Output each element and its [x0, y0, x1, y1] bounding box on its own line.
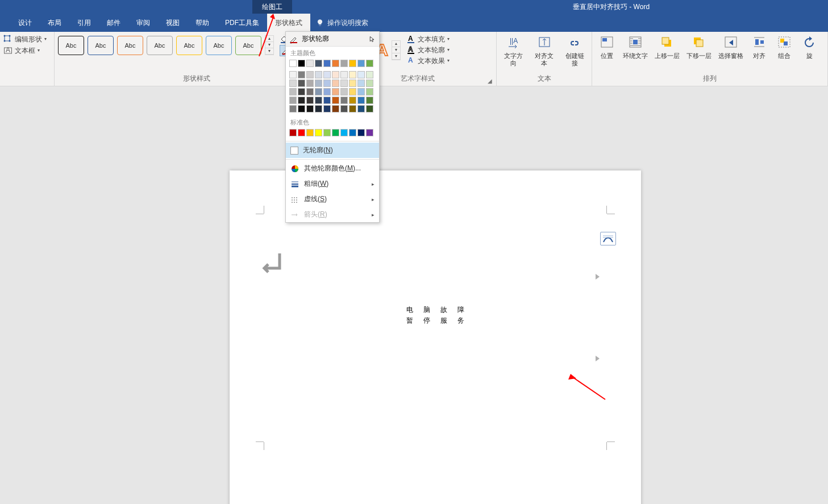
color-swatch[interactable]: [323, 105, 331, 113]
position-button[interactable]: 位置: [596, 34, 618, 61]
color-swatch[interactable]: [349, 105, 356, 113]
color-swatch[interactable]: [357, 105, 365, 113]
color-swatch[interactable]: [315, 80, 322, 87]
layout-options-badge[interactable]: [600, 232, 616, 245]
color-swatch[interactable]: [306, 97, 314, 104]
color-swatch[interactable]: [366, 88, 373, 95]
shape-style-preview[interactable]: Abc: [117, 36, 143, 55]
color-swatch[interactable]: [315, 129, 322, 136]
color-swatch[interactable]: [366, 80, 373, 87]
color-swatch[interactable]: [332, 129, 339, 136]
color-swatch[interactable]: [306, 60, 314, 67]
color-swatch[interactable]: [306, 80, 314, 87]
tab-references[interactable]: 引用: [69, 14, 99, 32]
color-swatch[interactable]: [349, 129, 356, 136]
color-swatch[interactable]: [289, 71, 297, 78]
color-swatch[interactable]: [340, 80, 348, 87]
color-swatch[interactable]: [289, 60, 297, 67]
bring-forward-button[interactable]: 上移一层: [652, 34, 682, 61]
color-swatch[interactable]: [306, 105, 314, 113]
color-swatch[interactable]: [298, 88, 305, 95]
color-swatch[interactable]: [332, 97, 339, 104]
text-box-content[interactable]: 电脑故障 暂停服务: [275, 233, 596, 398]
color-swatch[interactable]: [357, 60, 365, 67]
color-swatch[interactable]: [332, 60, 339, 67]
more-outline-colors-item[interactable]: 其他轮廓颜色(M)...: [286, 161, 379, 176]
wordart-launcher-icon[interactable]: ◢: [488, 78, 492, 84]
color-swatch[interactable]: [298, 97, 305, 104]
create-link-button[interactable]: 创建链接: [561, 34, 588, 68]
color-swatch[interactable]: [332, 80, 339, 87]
shape-style-preview[interactable]: Abc: [58, 36, 84, 55]
text-direction-button[interactable]: ||A文字方向: [500, 34, 527, 68]
color-swatch[interactable]: [357, 80, 365, 87]
color-swatch[interactable]: [306, 88, 314, 95]
color-swatch[interactable]: [357, 88, 365, 95]
context-tab-drawing-tools[interactable]: 绘图工具: [252, 0, 292, 14]
color-swatch[interactable]: [315, 60, 322, 67]
tab-view[interactable]: 视图: [158, 14, 188, 32]
textbox-side-handle[interactable]: [596, 274, 600, 280]
color-swatch[interactable]: [289, 88, 297, 95]
shape-style-preview[interactable]: Abc: [176, 36, 202, 55]
color-swatch[interactable]: [323, 129, 331, 136]
color-swatch[interactable]: [323, 71, 331, 78]
color-swatch[interactable]: [289, 80, 297, 87]
no-outline-item[interactable]: 无轮廓(N): [286, 143, 379, 158]
color-swatch[interactable]: [323, 80, 331, 87]
rotate-button[interactable]: 旋: [798, 34, 821, 61]
color-swatch[interactable]: [357, 71, 365, 78]
weight-item[interactable]: 粗细(W)▸: [286, 176, 379, 191]
color-swatch[interactable]: [357, 97, 365, 104]
color-swatch[interactable]: [340, 88, 348, 95]
tab-help[interactable]: 帮助: [188, 14, 217, 32]
color-swatch[interactable]: [349, 71, 356, 78]
color-swatch[interactable]: [298, 129, 305, 136]
color-swatch[interactable]: [323, 88, 331, 95]
color-swatch[interactable]: [306, 129, 314, 136]
shape-style-preview[interactable]: Abc: [235, 36, 261, 55]
tab-shape-format[interactable]: 形状格式: [267, 14, 310, 32]
text-effects-button[interactable]: A文本效果▾: [406, 56, 450, 66]
color-swatch[interactable]: [332, 88, 339, 95]
text-fill-button[interactable]: A文本填充▾: [406, 34, 450, 44]
edit-shape-button[interactable]: 编辑形状▾: [3, 34, 47, 44]
color-swatch[interactable]: [315, 105, 322, 113]
color-swatch[interactable]: [340, 105, 348, 113]
tab-design[interactable]: 设计: [10, 14, 40, 32]
color-swatch[interactable]: [289, 97, 297, 104]
color-swatch[interactable]: [366, 71, 373, 78]
color-swatch[interactable]: [315, 71, 322, 78]
textbox-side-handle[interactable]: [596, 356, 600, 361]
color-swatch[interactable]: [340, 129, 348, 136]
shape-style-preview[interactable]: Abc: [88, 36, 114, 55]
tab-pdf[interactable]: PDF工具集: [217, 14, 267, 32]
group-button[interactable]: 组合: [773, 34, 796, 61]
color-swatch[interactable]: [289, 105, 297, 113]
color-swatch[interactable]: [357, 129, 365, 136]
color-swatch[interactable]: [332, 71, 339, 78]
color-swatch[interactable]: [323, 97, 331, 104]
align-text-button[interactable]: 对齐文本: [531, 34, 558, 68]
color-swatch[interactable]: [349, 97, 356, 104]
color-swatch[interactable]: [340, 97, 348, 104]
color-swatch[interactable]: [366, 97, 373, 104]
color-swatch[interactable]: [332, 105, 339, 113]
align-objects-button[interactable]: 对齐: [748, 34, 771, 61]
color-swatch[interactable]: [298, 80, 305, 87]
dashes-item[interactable]: 虚线(S)▸: [286, 191, 379, 207]
color-swatch[interactable]: [366, 129, 373, 136]
selection-pane-button[interactable]: 选择窗格: [716, 34, 746, 61]
tab-review[interactable]: 审阅: [128, 14, 158, 32]
color-swatch[interactable]: [349, 60, 356, 67]
color-swatch[interactable]: [306, 71, 314, 78]
tab-layout[interactable]: 布局: [40, 14, 69, 32]
send-backward-button[interactable]: 下移一层: [684, 34, 714, 61]
wordart-gallery-nav[interactable]: ▴▾▾: [392, 40, 401, 60]
color-swatch[interactable]: [315, 88, 322, 95]
color-swatch[interactable]: [323, 60, 331, 67]
color-swatch[interactable]: [298, 105, 305, 113]
shape-style-preview[interactable]: Abc: [206, 36, 232, 55]
color-swatch[interactable]: [366, 105, 373, 113]
text-outline-button[interactable]: A文本轮廓▾: [406, 45, 450, 55]
